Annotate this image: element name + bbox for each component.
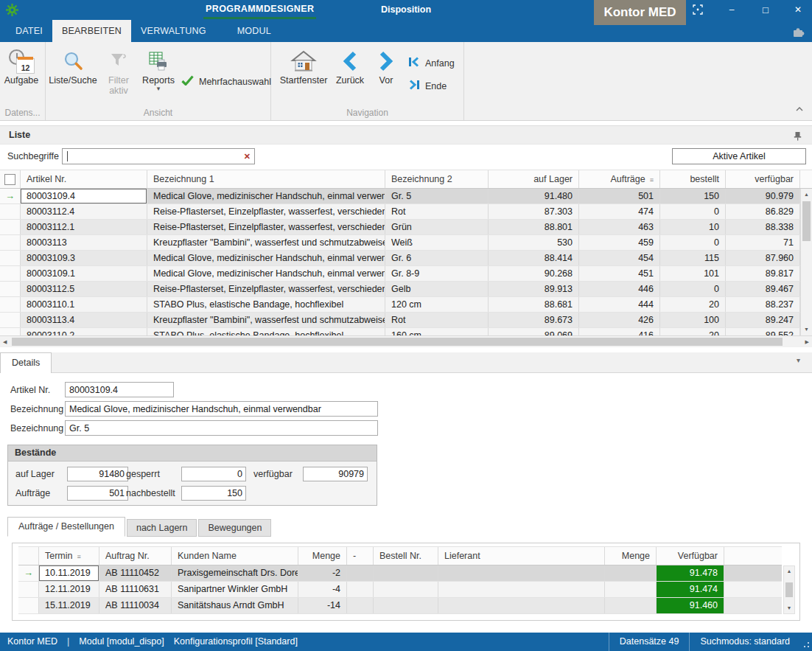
cell-artikel-nr[interactable]: 80003112.1 — [21, 220, 147, 234]
pin-icon[interactable] — [794, 130, 802, 144]
col-auftrag-nr[interactable]: Auftrag Nr. — [99, 547, 172, 565]
cell-auf-lager[interactable]: 88.414 — [489, 251, 579, 265]
tab-auftraege-bestellungen[interactable]: Aufträge / Bestellungen — [7, 517, 125, 537]
ende-button[interactable]: Ende — [408, 80, 455, 92]
cell-menge-2[interactable] — [605, 598, 657, 613]
cell-bezeichnung-2[interactable]: Grün — [385, 220, 489, 234]
cell-auftraege[interactable]: 446 — [579, 282, 660, 296]
row-indicator[interactable] — [0, 328, 21, 335]
cell-artikel-nr[interactable]: 80003112.5 — [21, 282, 147, 296]
clear-search-icon[interactable]: ✕ — [244, 151, 251, 161]
cell-auftraege[interactable]: 474 — [579, 204, 660, 219]
zurueck-button[interactable]: Zurück — [330, 46, 370, 87]
horizontal-scrollbar[interactable]: ◀ ▶ — [0, 335, 812, 347]
vertical-scrollbar[interactable]: ▲ ▼ — [800, 189, 812, 335]
cell-verfuegbar[interactable]: 91.460 — [657, 598, 724, 613]
cell-auftraege[interactable]: 444 — [579, 297, 660, 312]
col-bezeichnung-2[interactable]: Bezeichnung 2 — [385, 170, 489, 188]
cell-verfuegbar[interactable]: 89.817 — [726, 266, 800, 281]
vor-button[interactable]: Vor — [370, 46, 402, 87]
cell-verfuegbar[interactable]: 91.478 — [657, 565, 724, 581]
cell-artikel-nr[interactable]: 80003113.4 — [21, 313, 147, 327]
cell-auftrag-nr[interactable]: AB 11110452 — [99, 565, 172, 581]
cell-auf-lager[interactable]: 89.673 — [489, 313, 579, 327]
row-indicator[interactable] — [0, 266, 21, 281]
cell-bestellt[interactable]: 20 — [660, 297, 726, 312]
cell-bezeichnung-1[interactable]: Medical Glove, medizinischer Handschuh, … — [147, 266, 385, 281]
cell-empty[interactable] — [724, 582, 782, 597]
cell-bezeichnung-2[interactable]: Gelb — [385, 282, 489, 296]
cell-bestell-nr[interactable] — [374, 565, 438, 581]
scrollbar-thumb[interactable] — [802, 201, 811, 241]
col-kunden-name[interactable]: Kunden Name — [172, 547, 298, 565]
cell-verfuegbar[interactable]: 90.979 — [726, 189, 800, 203]
cell-auf-lager[interactable]: 88.801 — [489, 220, 579, 234]
scroll-left-icon[interactable]: ◀ — [3, 337, 7, 347]
cell-bezeichnung-2[interactable]: Rot — [385, 313, 489, 327]
cell-bestellt[interactable]: 0 — [660, 235, 726, 250]
cell-auf-lager[interactable]: 88.681 — [489, 297, 579, 312]
cell-termin[interactable]: 10.11.2019 — [39, 565, 99, 581]
cell-lieferant[interactable] — [438, 598, 605, 613]
col-dash[interactable]: - — [347, 547, 374, 565]
cell-kunden-name[interactable]: Sanitätshaus Arndt GmbH — [172, 598, 298, 613]
cell-menge[interactable]: -4 — [298, 582, 347, 597]
cell-bezeichnung-1[interactable]: Reise-Pflasterset, Einzelpflaster, wasse… — [147, 220, 385, 234]
cell-auftraege[interactable]: 501 — [579, 189, 660, 203]
cell-verfuegbar[interactable]: 87.960 — [726, 251, 800, 265]
plugin-puzzle-icon[interactable] — [791, 27, 805, 41]
cell-auf-lager[interactable]: 89.913 — [489, 282, 579, 296]
cell-bestellt[interactable]: 0 — [660, 204, 726, 219]
row-indicator[interactable]: → — [18, 565, 39, 581]
col-verfuegbar[interactable]: Verfügbar — [657, 547, 724, 565]
cell-lieferant[interactable] — [438, 565, 605, 581]
cell-verfuegbar[interactable]: 88.338 — [726, 220, 800, 234]
cell-termin[interactable]: 15.11.2019 — [39, 598, 99, 613]
artikel-nr-field[interactable] — [65, 382, 174, 397]
cell-bezeichnung-2[interactable]: Weiß — [385, 235, 489, 250]
cell-auftrag-nr[interactable]: AB 11110631 — [99, 582, 172, 597]
cell-auftraege[interactable]: 459 — [579, 235, 660, 250]
cell-auf-lager[interactable]: 89.069 — [489, 328, 579, 335]
cell-bestellt[interactable]: 101 — [660, 266, 726, 281]
cell-termin[interactable]: 12.11.2019 — [39, 582, 99, 597]
artikel-row[interactable]: 80003112.5Reise-Pflasterset, Einzelpflas… — [0, 282, 812, 297]
scroll-down-icon[interactable]: ▼ — [801, 324, 812, 335]
artikel-row[interactable]: 80003109.3Medical Glove, medizinischer H… — [0, 251, 812, 266]
scroll-down-icon[interactable]: ▼ — [784, 603, 794, 613]
cell-bezeichnung-2[interactable]: Rot — [385, 204, 489, 219]
minimize-button[interactable]: – — [722, 0, 741, 20]
nachbestellt-field[interactable] — [181, 486, 246, 501]
cell-verfuegbar[interactable]: 91.474 — [657, 582, 724, 597]
cell-auftrag-nr[interactable]: AB 11110034 — [99, 598, 172, 613]
reports-button[interactable]: Reports ▾ — [139, 46, 178, 93]
resize-grip-icon[interactable] — [800, 633, 812, 651]
artikel-row[interactable]: 80003113.4Kreuzpflaster "Bambini", wasse… — [0, 313, 812, 328]
cell-bezeichnung-1[interactable]: Medical Glove, medizinischer Handschuh, … — [147, 189, 385, 203]
focus-mode-icon[interactable] — [688, 0, 707, 20]
close-button[interactable]: ✕ — [788, 0, 808, 20]
cell-auftraege[interactable]: 426 — [579, 313, 660, 327]
tab-nach-lagern[interactable]: nach Lagern — [127, 519, 197, 537]
gear-icon[interactable] — [6, 4, 18, 19]
col-lieferant[interactable]: Lieferant — [438, 547, 605, 565]
scroll-right-icon[interactable]: ▶ — [805, 337, 809, 347]
cell-menge-2[interactable] — [605, 582, 657, 597]
tab-bewegungen[interactable]: Bewegungen — [198, 519, 271, 537]
cell-auftraege[interactable]: 454 — [579, 251, 660, 265]
cell-bestellt[interactable]: 20 — [660, 328, 726, 335]
cell-auftraege[interactable]: 463 — [579, 220, 660, 234]
cell-bezeichnung-1[interactable]: Kreuzpflaster "Bambini", wasserfest und … — [147, 235, 385, 250]
cell-bezeichnung-1[interactable]: Kreuzpflaster "Bambini", wasserfest und … — [147, 313, 385, 327]
reports-dropdown-icon[interactable]: ▾ — [157, 86, 161, 91]
cell-artikel-nr[interactable]: 80003113 — [21, 235, 147, 250]
tab-modul[interactable]: MODUL — [228, 20, 281, 42]
select-all-checkbox[interactable] — [0, 170, 21, 188]
row-indicator[interactable] — [0, 251, 21, 265]
cell-kunden-name[interactable]: Sanipartner Winkler GmbH — [172, 582, 298, 597]
aktive-artikel-button[interactable]: Aktive Artikel — [672, 148, 806, 164]
cell-bezeichnung-2[interactable]: 120 cm — [385, 297, 489, 312]
orders-vertical-scrollbar[interactable]: ▲ ▼ — [783, 565, 795, 614]
cell-artikel-nr[interactable]: 80003109.4 — [21, 189, 147, 203]
tab-datei[interactable]: DATEI — [6, 20, 52, 42]
